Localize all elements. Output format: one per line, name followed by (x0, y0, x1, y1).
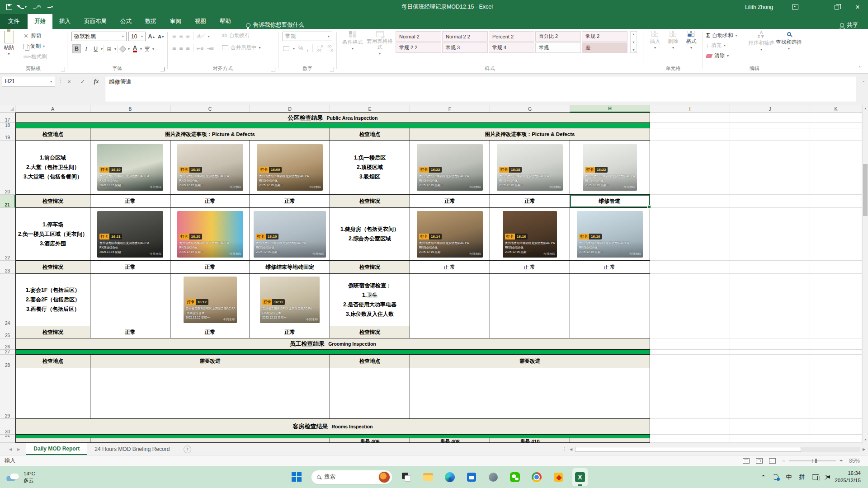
cell-section3-title[interactable]: 客房检查结果Rooms Inspection (15, 419, 650, 435)
cell-B19-D19[interactable]: 图片及待改进事项：Picture & Defects (90, 128, 330, 141)
cell-E19[interactable]: 检查地点 (330, 128, 410, 141)
cell-F21[interactable]: 正常 (410, 195, 490, 208)
cell-G22[interactable]: 打卡16:16贵州省贵阳市南明区龙洞堡贵阳AC PARK商业综合体2025.12… (490, 208, 570, 261)
row-header-24[interactable]: 24 (0, 274, 15, 326)
cell-F23[interactable]: 正常 (410, 261, 490, 274)
cell-D20[interactable]: 打卡16:09贵州省贵阳市南明区龙洞堡贵阳AC PARK商业综合体2025.12… (250, 141, 330, 195)
cell-C20[interactable]: 打卡16:10贵州省贵阳市南明区龙洞堡贵阳AC PARK商业综合体2025.12… (170, 141, 250, 195)
format-cells-button[interactable]: 格式▾ (683, 31, 700, 50)
cell-C24[interactable]: 打卡16:12贵州省贵阳市南明区龙洞堡贵阳AC PARK商业综合体2025.12… (170, 274, 250, 326)
cell-E23[interactable]: 检查情况 (330, 261, 410, 274)
fill-button[interactable]: ↓填充▾ (706, 42, 726, 49)
zoom-out-button[interactable]: − (782, 458, 785, 464)
cell-E20[interactable]: 1.负一楼后区 2.顶楼区域 3.吸烟区 (330, 141, 410, 195)
empty-cells-ijk[interactable] (650, 355, 862, 368)
sheet-nav-right-icon[interactable]: ▶ (17, 447, 20, 451)
expand-formula-bar-button[interactable]: ⌄ (862, 78, 865, 83)
cell-B22[interactable]: 打卡16:21贵州省贵阳市南明区龙洞堡贵阳AC PARK商业综合体2025.12… (90, 208, 170, 261)
column-header-A[interactable]: A (15, 105, 90, 113)
sync-status-icon[interactable] (773, 474, 778, 480)
row-header-31[interactable]: 31 (0, 435, 15, 438)
orientation-icon[interactable]: ab⟋ (197, 33, 205, 39)
decrease-font-size-button[interactable]: A▼ (157, 32, 165, 41)
taskbar-search-box[interactable]: 搜索 (311, 470, 392, 484)
customize-qat-button[interactable]: ▬▾ (47, 5, 53, 9)
cell-section2-title[interactable]: 员工检查结果Grooming Inspection (15, 338, 650, 350)
enter-entry-button[interactable]: ✓ (77, 76, 89, 87)
wechat-button[interactable] (507, 468, 523, 486)
cell-H24[interactable] (570, 274, 650, 326)
style-chip[interactable]: 常规 2 (582, 31, 627, 42)
format-painter-button[interactable]: 格式刷 (24, 53, 47, 60)
styles-gallery-scroll[interactable]: ▲▼▼̲ (630, 31, 637, 53)
normal-view-button[interactable] (743, 458, 750, 464)
row-header-20[interactable]: 20 (0, 141, 15, 195)
cancel-entry-button[interactable]: × (63, 76, 75, 87)
horizontal-scrollbar[interactable]: ◀ ▶ (567, 443, 868, 455)
row-header-19[interactable]: 19 (0, 128, 15, 141)
cell-A19[interactable]: 检查地点 (15, 128, 90, 141)
cell-F32[interactable]: 房号 408 (410, 438, 490, 443)
cell-E32[interactable]: 房号 406 (330, 438, 410, 443)
undo-button[interactable]: ▾ (19, 5, 27, 9)
cell-A23[interactable]: 检查情况 (15, 261, 90, 274)
column-header-H[interactable]: H (570, 105, 650, 113)
row-header-30[interactable]: 30 (0, 419, 15, 435)
scroll-right-arrow[interactable]: ▶ (860, 447, 868, 451)
style-chip[interactable]: 常规 4 (489, 42, 534, 53)
page-layout-view-button[interactable] (756, 458, 763, 464)
column-header-F[interactable]: F (410, 105, 490, 113)
zoom-in-button[interactable]: + (840, 458, 843, 464)
cell-H20[interactable]: 打卡16:22贵州省贵阳市南明区龙洞堡贵阳AC PARK商业综合体2025.12… (570, 141, 650, 195)
clock-widget[interactable]: 16:34 2025/12/15 (835, 470, 861, 484)
app-yellow-button[interactable] (551, 468, 566, 486)
wrap-text-button[interactable]: ab自动换行 (222, 32, 250, 39)
autosum-button[interactable]: Σ自动求和▾ (706, 32, 737, 39)
merge-center-button[interactable]: 合并后居中▾ (222, 44, 261, 51)
row-header-22[interactable]: 22 (0, 208, 15, 261)
name-box[interactable]: H21▾ (2, 76, 55, 87)
empty-cells-ijk[interactable] (650, 438, 862, 443)
cell-B32-D32[interactable] (90, 438, 330, 443)
cell-F22[interactable]: 打卡16:14贵州省贵阳市南明区龙洞堡贵阳AC PARK商业综合体2025.12… (410, 208, 490, 261)
style-chip[interactable]: Normal 2 (396, 31, 441, 42)
clear-button[interactable]: 清除▾ (706, 52, 729, 59)
scroll-down-arrow[interactable]: ▼ (863, 436, 868, 443)
style-chip[interactable]: 常规 2 2 (396, 42, 441, 53)
align-middle-icon[interactable]: ≡ (179, 33, 183, 40)
empty-cells-ijk[interactable] (650, 208, 862, 261)
cell-B21[interactable]: 正常 (90, 195, 170, 208)
tab-view[interactable]: 视图 (188, 14, 213, 29)
clipboard-dialog-launcher[interactable] (61, 67, 65, 71)
column-header-B[interactable]: B (90, 105, 170, 113)
cell-D25[interactable]: 正常 (250, 326, 330, 338)
ribbon-display-options-button[interactable] (785, 0, 806, 14)
insert-cells-button[interactable]: 插入▾ (646, 31, 664, 50)
empty-cells-ijk[interactable] (650, 435, 862, 438)
row-header-21[interactable]: 21 (0, 195, 15, 208)
row-header-26[interactable]: 26 (0, 338, 15, 350)
vertical-scrollbar[interactable]: ▲ ▼ (862, 105, 868, 443)
empty-cells-ijk[interactable] (650, 419, 862, 435)
cell-H32[interactable] (570, 438, 650, 443)
cell-B28-D28[interactable]: 需要改进 (90, 355, 330, 368)
sheet-tab-daily-mod-report[interactable]: Daily MOD Report (26, 443, 87, 455)
cell-G32[interactable]: 房号 410 (490, 438, 570, 443)
cell-C22[interactable]: 打卡16:20贵州省贵阳市南明区龙洞堡贵阳AC PARK商业综合体2025.12… (170, 208, 250, 261)
scroll-left-arrow[interactable]: ◀ (567, 447, 575, 451)
chrome-button[interactable] (529, 468, 544, 486)
cell-E29[interactable] (330, 368, 410, 419)
fill-color-button[interactable] (118, 44, 127, 53)
ime-language-indicator[interactable]: 中 (786, 473, 792, 481)
tab-help[interactable]: 帮助 (213, 14, 238, 29)
increase-indent-icon[interactable]: ⇥≡ (207, 46, 214, 52)
app-grey-button[interactable] (486, 468, 501, 486)
task-view-button[interactable] (399, 468, 414, 486)
cell-H23[interactable]: 正常 (570, 261, 650, 274)
empty-cells-ijk[interactable] (650, 338, 862, 350)
cell-F29-H29[interactable] (410, 368, 650, 419)
tab-home[interactable]: 开始 (28, 14, 52, 29)
conditional-formatting-button[interactable]: 条件格式▾ (340, 31, 365, 51)
empty-cells-ijk[interactable] (650, 274, 862, 326)
column-header-G[interactable]: G (490, 105, 570, 113)
